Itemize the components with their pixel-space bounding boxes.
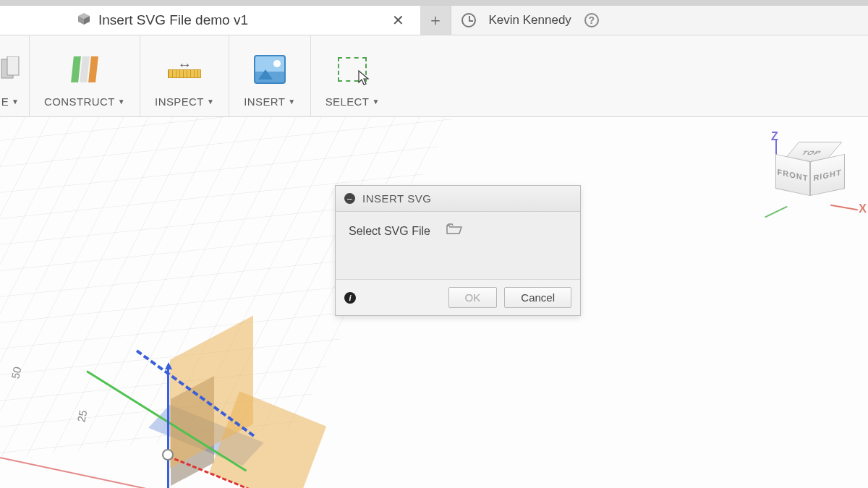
dialog-body: Select SVG File — [336, 212, 580, 279]
viewcube-axis-y — [765, 206, 787, 218]
cancel-button[interactable]: Cancel — [504, 287, 571, 308]
toolbar-group-partial[interactable]: E▼ — [0, 35, 30, 116]
insert-svg-dialog: – INSERT SVG Select SVG File i OK Cancel — [335, 185, 581, 316]
view-cube[interactable]: Z TOP FRONT RIGHT X — [770, 134, 849, 214]
history-icon[interactable] — [461, 13, 476, 27]
inspect-label: INSPECT — [155, 95, 204, 108]
construct-label: CONSTRUCT — [44, 95, 115, 108]
chevron-down-icon: ▼ — [118, 98, 125, 106]
document-icon — [77, 12, 91, 29]
main-toolbar: E▼ CONSTRUCT▼ ↔ INSPECT▼ INSERT▼ SELECT▼ — [0, 35, 868, 117]
chevron-down-icon: ▼ — [372, 98, 379, 106]
dialog-header[interactable]: – INSERT SVG — [336, 186, 580, 212]
viewcube-face-right[interactable]: RIGHT — [810, 154, 845, 196]
partial-tool-icon — [0, 43, 20, 95]
titlebar-right: Kevin Kennedy ? — [451, 6, 869, 35]
select-label: SELECT — [326, 95, 370, 108]
toolbar-group-insert[interactable]: INSERT▼ — [229, 35, 310, 116]
info-icon[interactable]: i — [344, 292, 356, 304]
dialog-title: INSERT SVG — [362, 192, 431, 205]
inspect-icon: ↔ — [168, 61, 201, 78]
viewcube-face-front[interactable]: FRONT — [775, 154, 810, 196]
toolbar-group-construct[interactable]: CONSTRUCT▼ — [30, 35, 140, 116]
select-marquee-icon — [338, 57, 367, 82]
toolbar-group-select[interactable]: SELECT▼ — [311, 35, 394, 116]
chevron-down-icon: ▼ — [12, 98, 19, 106]
title-bar: Insert SVG File demo v1 ✕ ＋ Kevin Kenned… — [0, 0, 868, 35]
toolbar-group-inspect[interactable]: ↔ INSPECT▼ — [140, 35, 229, 116]
axis-label-x: X — [859, 202, 867, 215]
grid-tick-label: 25 — [75, 409, 89, 424]
select-file-label: Select SVG File — [349, 225, 430, 238]
chevron-down-icon: ▼ — [288, 98, 295, 106]
new-tab-button[interactable]: ＋ — [421, 6, 451, 35]
viewcube-axis-x — [830, 205, 858, 211]
folder-open-icon[interactable] — [446, 223, 462, 239]
origin-point[interactable] — [162, 449, 174, 461]
chevron-down-icon: ▼ — [207, 98, 214, 106]
insert-image-icon — [254, 55, 286, 84]
document-tab[interactable]: Insert SVG File demo v1 ✕ — [0, 6, 421, 35]
svg-rect-4 — [7, 56, 19, 75]
user-name[interactable]: Kevin Kennedy — [489, 13, 571, 27]
help-icon[interactable]: ? — [584, 13, 599, 27]
partial-label: E — [1, 95, 9, 108]
ok-button[interactable]: OK — [448, 287, 498, 308]
document-title: Insert SVG File demo v1 — [98, 12, 388, 28]
construct-icon — [72, 56, 97, 82]
close-tab-icon[interactable]: ✕ — [388, 12, 409, 29]
viewport-canvas[interactable]: 50 25 Z TOP FRONT RIGHT X – INSERT SVG S… — [0, 117, 868, 488]
axis-z-line — [167, 367, 169, 488]
dialog-footer: i OK Cancel — [336, 279, 580, 315]
insert-label: INSERT — [244, 95, 285, 108]
grid-tick-label: 50 — [9, 366, 23, 380]
axis-label-z: Z — [771, 130, 778, 143]
collapse-icon[interactable]: – — [344, 193, 355, 204]
cursor-icon — [358, 70, 371, 86]
